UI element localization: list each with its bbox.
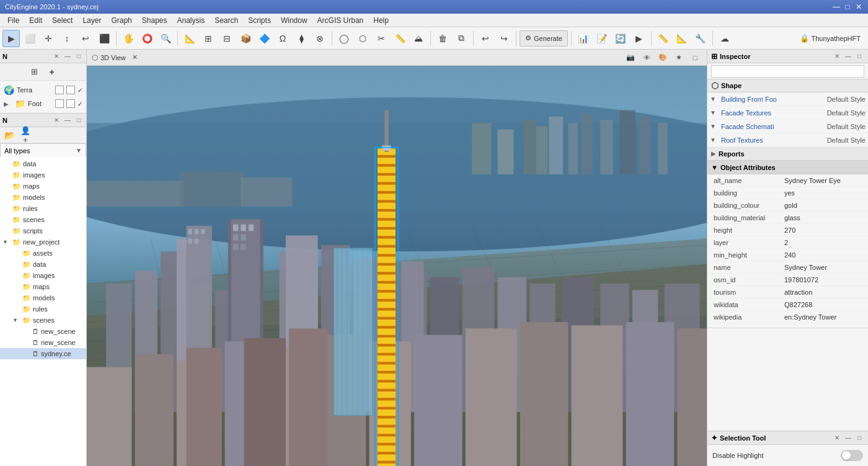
undo-button[interactable]: ↩ — [77, 30, 94, 47]
path-button[interactable]: Ω — [274, 30, 291, 47]
shape-button[interactable]: 🔷 — [255, 30, 273, 47]
tree-item-1[interactable]: 📁images — [0, 169, 86, 181]
play-button[interactable]: ▶ — [631, 30, 648, 47]
viewport-camera-button[interactable]: 📷 — [624, 52, 637, 64]
menu-item-graph[interactable]: Graph — [106, 15, 136, 26]
pan-button[interactable]: 🖐 — [120, 30, 137, 47]
style-collapse-0[interactable]: ▼ — [710, 96, 719, 102]
menu-item-edit[interactable]: Edit — [24, 15, 47, 26]
style-name-0[interactable]: Building From Foo — [719, 96, 827, 103]
tree-item-14[interactable]: ▼📁scenes — [0, 315, 86, 326]
weather-button[interactable]: ☁ — [716, 30, 733, 47]
style-name-2[interactable]: Facade Schemati — [719, 123, 827, 130]
tree-item-12[interactable]: 📁models — [0, 292, 86, 303]
rotate-button[interactable]: ⭕ — [138, 30, 156, 47]
menu-item-search[interactable]: Search — [210, 15, 243, 26]
tree-item-7[interactable]: ▼📁new_project — [0, 236, 86, 248]
style-collapse-2[interactable]: ▼ — [710, 123, 719, 130]
redo2-button[interactable]: ↪ — [495, 30, 513, 47]
terra-vis2[interactable] — [66, 86, 75, 94]
street-button[interactable]: ⊗ — [311, 30, 329, 47]
finder-folder-button[interactable]: 📂 — [2, 129, 16, 141]
tree-item-16[interactable]: 🗒new_scene — [0, 337, 86, 348]
box-select-button[interactable]: ⬜ — [21, 30, 38, 47]
push-tool-button[interactable]: ↕ — [58, 30, 76, 47]
menu-item-analysis[interactable]: Analysis — [172, 15, 210, 26]
viewport-bookmark-button[interactable]: ★ — [672, 52, 686, 64]
viewport-display-button[interactable]: 👁 — [640, 52, 653, 64]
menu-item-layer[interactable]: Layer — [78, 15, 106, 26]
menu-item-arcgis-urban[interactable]: ArcGIS Urban — [312, 15, 369, 26]
inspector-close-button[interactable]: ✕ — [832, 52, 842, 61]
menu-item-help[interactable]: Help — [368, 15, 394, 26]
style-name-1[interactable]: Facade Textures — [719, 109, 827, 117]
refresh-button[interactable]: 🔄 — [612, 30, 629, 47]
finder-minimize-button[interactable]: — — [63, 115, 73, 125]
duplicate-button[interactable]: ⧉ — [453, 30, 470, 47]
tree-item-17[interactable]: 🗒sydney.ce — [0, 348, 86, 359]
finder-new-button[interactable]: 👤+ — [19, 129, 32, 141]
delete-button[interactable]: 🗑 — [434, 30, 451, 47]
redo-button[interactable]: ⬛ — [95, 30, 113, 47]
selection-minimize-button[interactable]: — — [843, 433, 853, 443]
select-tool-button[interactable]: ▶ — [2, 30, 20, 47]
tree-item-8[interactable]: 📁assets — [0, 248, 86, 259]
inspector-minimize-button[interactable]: — — [843, 52, 853, 61]
undo2-button[interactable]: ↩ — [477, 30, 494, 47]
ruler-button[interactable]: 📏 — [655, 30, 672, 47]
extrude-button[interactable]: 📦 — [237, 30, 254, 47]
navigator-minimize-button[interactable]: — — [63, 52, 73, 61]
selection-close-button[interactable]: ✕ — [832, 433, 842, 443]
tree-item-15[interactable]: 🗒new_scene — [0, 326, 86, 337]
inspector-search-input[interactable] — [711, 65, 864, 78]
viewport-close-button[interactable]: ✕ — [128, 52, 142, 64]
tree-item-5[interactable]: 📁scenes — [0, 214, 86, 225]
circle-button[interactable]: ◯ — [335, 30, 353, 47]
navigator-maximize-button[interactable]: □ — [74, 52, 84, 61]
finder-pin-button[interactable]: ✕ — [51, 115, 61, 125]
style-collapse-3[interactable]: ▼ — [710, 137, 719, 143]
tree-item-4[interactable]: 📁rules — [0, 203, 86, 214]
style-collapse-1[interactable]: ▼ — [710, 109, 719, 116]
minimize-button[interactable]: — — [832, 2, 841, 11]
tree-item-3[interactable]: 📁models — [0, 192, 86, 203]
script-button[interactable]: 📝 — [593, 30, 611, 47]
layer-terra[interactable]: 🌍 Terra ✓ — [2, 83, 84, 97]
tree-item-9[interactable]: 📁data — [0, 259, 86, 270]
nav-add-button[interactable]: + — [45, 65, 60, 79]
menu-item-scripts[interactable]: Scripts — [243, 15, 276, 26]
terra-check[interactable]: ✓ — [78, 87, 82, 94]
tree-item-10[interactable]: 📁images — [0, 270, 86, 281]
terra-visibility[interactable] — [55, 86, 64, 94]
ruler2-button[interactable]: 📐 — [673, 30, 691, 47]
tree-item-11[interactable]: 📁maps — [0, 281, 86, 292]
tree-item-13[interactable]: 📁rules — [0, 303, 86, 315]
foot-visibility[interactable] — [55, 99, 64, 108]
viewport-render-button[interactable]: 🎨 — [656, 52, 670, 64]
distribute-button[interactable]: ⊟ — [218, 30, 236, 47]
generate-button[interactable]: ⚙ Generate — [520, 30, 568, 47]
navigator-pin-button[interactable]: ✕ — [51, 52, 61, 61]
viewport-fullscreen-button[interactable]: □ — [688, 52, 702, 64]
move-tool-button[interactable]: ✛ — [40, 30, 57, 47]
knife-button[interactable]: ✂ — [373, 30, 390, 47]
menu-item-window[interactable]: Window — [276, 15, 312, 26]
menu-item-shapes[interactable]: Shapes — [137, 15, 172, 26]
menu-item-select[interactable]: Select — [47, 15, 78, 26]
foot-check[interactable]: ✓ — [78, 101, 82, 107]
tree-item-2[interactable]: 📁maps — [0, 181, 86, 192]
nav-layers-button[interactable]: ⊞ — [27, 65, 42, 79]
style-name-3[interactable]: Roof Textures — [719, 137, 827, 144]
finder-maximize-button[interactable]: □ — [74, 115, 84, 125]
align-button[interactable]: ⊞ — [200, 30, 217, 47]
zoom-button[interactable]: 🔍 — [157, 30, 174, 47]
foot-vis2[interactable] — [66, 99, 75, 108]
disable-highlight-toggle[interactable] — [841, 450, 863, 461]
finder-type-filter[interactable]: All types ▼ — [0, 143, 86, 157]
viewport-content[interactable] — [87, 66, 707, 466]
measure-button[interactable]: 📏 — [391, 30, 409, 47]
inspector-maximize-button[interactable]: □ — [854, 52, 864, 61]
close-button[interactable]: ✕ — [854, 2, 863, 11]
layer-foot[interactable]: ▶ 📁 Foot ✓ — [2, 97, 84, 110]
lot-button[interactable]: ⧫ — [293, 30, 310, 47]
